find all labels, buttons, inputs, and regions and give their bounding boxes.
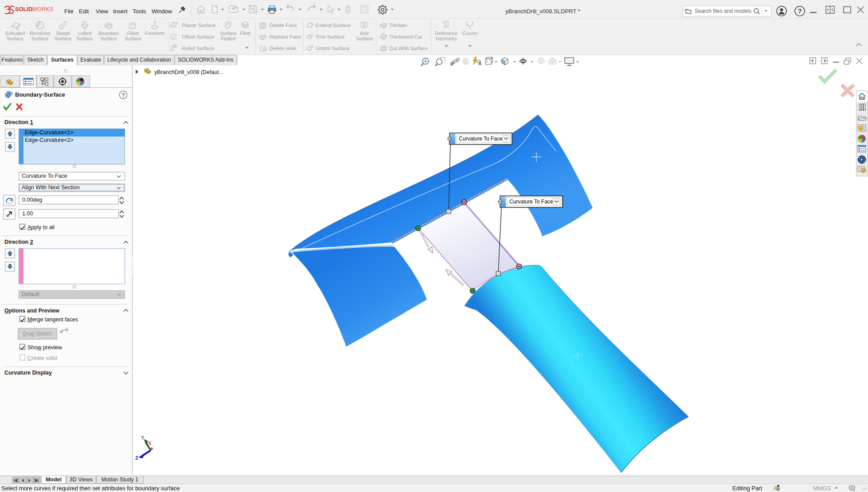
svg-text:Y: Y bbox=[141, 435, 145, 440]
svg-text:WORKS: WORKS bbox=[32, 6, 54, 12]
svg-text:X: X bbox=[148, 441, 152, 446]
svg-text:A: A bbox=[478, 61, 482, 66]
svg-text:?: ? bbox=[798, 7, 802, 15]
svg-text:SOLID: SOLID bbox=[15, 6, 32, 12]
svg-text:yBranchDrill_v008 (Defaul...: yBranchDrill_v008 (Defaul... bbox=[154, 69, 223, 75]
svg-text:Curvature To Face: Curvature To Face bbox=[459, 136, 503, 142]
svg-text:Z: Z bbox=[135, 455, 138, 461]
svg-text:Curvature To Face: Curvature To Face bbox=[509, 199, 553, 205]
svg-text:?: ? bbox=[121, 92, 125, 98]
